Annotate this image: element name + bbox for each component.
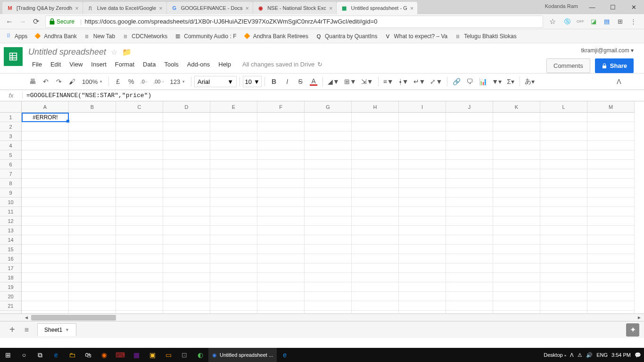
cell[interactable] (493, 292, 540, 301)
cell[interactable] (493, 160, 540, 169)
browser-tab[interactable]: M[Trading Q&A by Zerodh× (2, 2, 83, 14)
back-button[interactable]: ← (3, 15, 16, 28)
cell[interactable] (540, 254, 587, 263)
cell[interactable] (399, 207, 446, 216)
cell[interactable] (116, 292, 163, 301)
cell[interactable] (305, 226, 352, 235)
input-tools-icon[interactable]: あ▾ (523, 75, 537, 88)
cell[interactable] (305, 169, 352, 179)
app-icon[interactable]: ◐ (192, 348, 208, 362)
cell[interactable] (587, 216, 635, 226)
cell[interactable] (257, 263, 305, 273)
cell[interactable] (399, 132, 446, 141)
cell[interactable] (69, 132, 116, 141)
cell[interactable] (69, 226, 116, 235)
cell[interactable] (257, 188, 305, 197)
cell[interactable] (116, 132, 163, 141)
cell[interactable] (257, 132, 305, 141)
cell[interactable] (587, 235, 635, 245)
url-input[interactable]: Secure | https://docs.google.com/spreads… (45, 16, 543, 28)
cell[interactable] (352, 197, 399, 207)
cell[interactable] (116, 226, 163, 235)
cell[interactable] (116, 169, 163, 179)
cell[interactable] (305, 179, 352, 188)
cell[interactable] (352, 113, 399, 122)
cell[interactable] (116, 254, 163, 263)
fill-color-icon[interactable]: ◢▼ (326, 75, 341, 88)
extension-icon[interactable]: ⊞ (616, 17, 624, 26)
cell[interactable] (163, 169, 210, 179)
cell[interactable] (446, 197, 493, 207)
scroll-thumb[interactable] (31, 315, 116, 321)
row-header[interactable]: 3 (0, 132, 21, 141)
cell[interactable] (69, 301, 116, 311)
cell[interactable] (352, 263, 399, 273)
cell[interactable] (305, 160, 352, 169)
menu-tools[interactable]: Tools (160, 59, 182, 70)
bookmark-item[interactable]: 🗎Telugu Bhakti Slokas (454, 33, 516, 40)
cell[interactable] (116, 197, 163, 207)
cell[interactable] (446, 282, 493, 292)
cell[interactable] (352, 235, 399, 245)
cell[interactable] (587, 207, 635, 216)
cell[interactable] (69, 113, 116, 122)
cell[interactable] (116, 188, 163, 197)
cell[interactable] (210, 245, 257, 254)
cell[interactable] (493, 179, 540, 188)
undo-icon[interactable]: ↶ (40, 75, 52, 88)
cell[interactable] (587, 245, 635, 254)
cell[interactable] (540, 273, 587, 282)
cell[interactable] (446, 113, 493, 122)
cell[interactable] (163, 122, 210, 132)
cell[interactable] (540, 207, 587, 216)
cell[interactable] (352, 292, 399, 301)
cell[interactable] (399, 188, 446, 197)
cell[interactable] (257, 113, 305, 122)
cell[interactable] (540, 160, 587, 169)
cell[interactable] (116, 160, 163, 169)
number-format-dropdown[interactable]: 123▼ (167, 78, 188, 85)
extension-icon[interactable]: OFF (576, 17, 585, 26)
cell[interactable] (163, 254, 210, 263)
network-icon[interactable]: ⚠ (578, 352, 582, 358)
cell[interactable] (587, 282, 635, 292)
menu-add-ons[interactable]: Add-ons (183, 59, 214, 70)
cell[interactable] (540, 122, 587, 132)
cell[interactable] (116, 179, 163, 188)
menu-file[interactable]: File (28, 59, 46, 70)
cell[interactable] (163, 179, 210, 188)
cell[interactable] (352, 226, 399, 235)
cell[interactable] (305, 245, 352, 254)
column-header[interactable]: K (493, 101, 540, 112)
insert-chart-icon[interactable]: 📊 (477, 75, 489, 88)
h-align-icon[interactable]: ≡▼ (381, 75, 396, 88)
cell[interactable] (305, 254, 352, 263)
cell[interactable] (399, 245, 446, 254)
action-center-icon[interactable]: 💬 (635, 352, 641, 358)
cell[interactable] (493, 122, 540, 132)
cell[interactable] (399, 292, 446, 301)
cell[interactable] (69, 150, 116, 160)
cell[interactable] (305, 263, 352, 273)
cell[interactable] (587, 122, 635, 132)
cell[interactable] (257, 122, 305, 132)
column-header[interactable]: M (587, 101, 635, 112)
row-header[interactable]: 16 (0, 254, 21, 263)
cell[interactable] (22, 263, 69, 273)
browser-tab[interactable]: ⎍Live data to Excel/Google× (83, 2, 166, 14)
cell[interactable] (257, 207, 305, 216)
cell[interactable] (22, 245, 69, 254)
column-header[interactable]: C (116, 101, 163, 112)
cell[interactable] (163, 282, 210, 292)
cell[interactable] (446, 207, 493, 216)
cell[interactable] (493, 207, 540, 216)
minimize-button[interactable]: — (582, 0, 603, 14)
cell[interactable] (352, 207, 399, 216)
cell[interactable] (352, 216, 399, 226)
comments-button[interactable]: Comments (546, 58, 590, 73)
column-header[interactable]: E (210, 101, 257, 112)
cell[interactable] (352, 245, 399, 254)
cell[interactable] (257, 169, 305, 179)
cell[interactable] (257, 273, 305, 282)
cell[interactable] (163, 226, 210, 235)
